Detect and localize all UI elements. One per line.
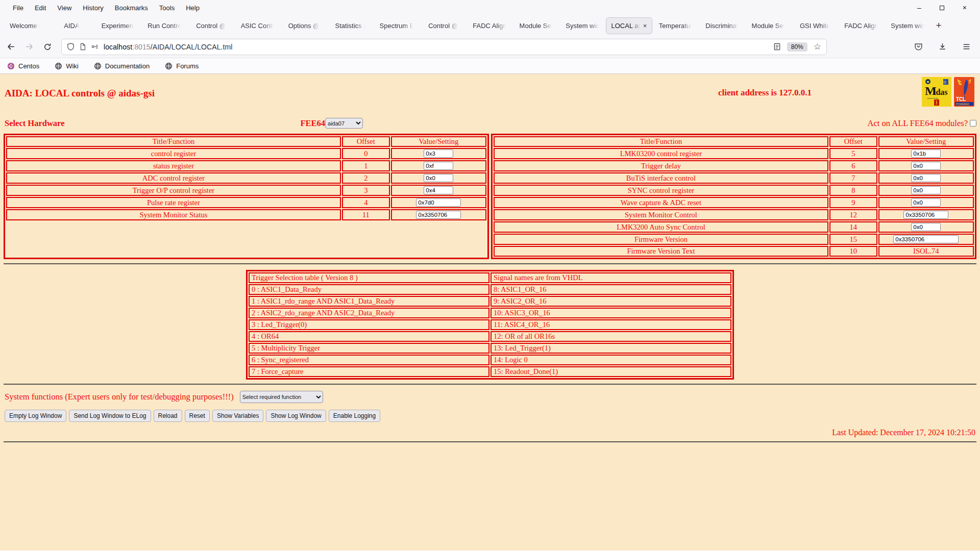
show-log-window-button[interactable]: Show Log Window [266, 410, 326, 422]
register-value-input[interactable] [424, 162, 453, 170]
tab-control[interactable]: Control @ [420, 17, 467, 34]
register-value-input[interactable] [911, 223, 941, 231]
reload-button[interactable]: Reload [154, 410, 182, 422]
register-offset: 11 [342, 209, 390, 220]
tab-system-wid[interactable]: System wid [559, 17, 606, 34]
register-value-input[interactable] [911, 198, 941, 207]
register-offset: 2 [342, 172, 390, 184]
reset-button[interactable]: Reset [185, 410, 210, 422]
hamburger-menu-icon[interactable] [962, 42, 971, 51]
tab-experiment[interactable]: Experiment [95, 17, 141, 34]
menu-bar: File Edit View History Bookmarks Tools H… [0, 0, 980, 15]
fee64-select[interactable]: aida07 [325, 118, 363, 129]
register-value-input[interactable] [911, 186, 941, 194]
zoom-level-badge[interactable]: 80% [787, 42, 807, 52]
page-info-icon[interactable] [79, 43, 86, 51]
tab-label: Experiment [102, 22, 135, 30]
tab-asic-contr[interactable]: ASIC Contr [234, 17, 281, 34]
act-on-all-checkbox[interactable] [970, 120, 976, 127]
tab-aida[interactable]: AIDA [48, 17, 95, 34]
minimize-icon[interactable]: – [917, 4, 921, 11]
register-title: Wave capture & ADC reset [494, 197, 828, 208]
register-value-input[interactable] [416, 198, 461, 207]
tab-label: Statistics ( [335, 22, 366, 30]
enable-logging-button[interactable]: Enable Logging [329, 410, 380, 422]
bookmark-star-icon[interactable]: ☆ [814, 42, 821, 51]
downloads-icon[interactable] [938, 42, 947, 51]
svg-text:POWERED: POWERED [956, 103, 969, 106]
menu-tools[interactable]: Tools [154, 3, 180, 13]
permissions-icon[interactable] [91, 43, 99, 51]
show-variables-button[interactable]: Show Variables [212, 410, 264, 422]
menu-help[interactable]: Help [180, 3, 205, 13]
url-text: localhost:8015/AIDA/LOCAL/LOCAL.tml [104, 43, 233, 51]
page-content: AIDA: LOCAL controls @ aidas-gsi client … [0, 74, 980, 550]
menu-history[interactable]: History [77, 3, 109, 13]
tab-control[interactable]: Control @ [188, 17, 234, 34]
tab-label: ASIC Contr [241, 22, 275, 30]
close-icon[interactable]: × [963, 4, 967, 11]
tab-fadc-align[interactable]: FADC Align [838, 17, 885, 34]
table-row: SYNC control register8 [494, 185, 974, 196]
menu-edit[interactable]: Edit [29, 3, 52, 13]
register-value-input[interactable] [416, 211, 461, 219]
table-header-row: Title/FunctionOffsetValue/Setting [494, 136, 974, 147]
bookmark-centos[interactable]: Centos [7, 62, 39, 70]
register-offset: 7 [829, 172, 877, 184]
register-value-input[interactable] [424, 186, 453, 194]
send-log-window-to-elog-button[interactable]: Send Log Window to ELog [69, 410, 151, 422]
trigger-cell: 14: Logic 0 [491, 355, 731, 365]
tab-local-ar[interactable]: LOCAL ar× [606, 17, 652, 34]
pocket-icon[interactable] [914, 42, 923, 51]
trigger-cell: 3 : Led_Trigger(0) [249, 319, 489, 330]
trigger-cell: 12: OR of all OR16s [491, 331, 731, 342]
tab-welcome-t[interactable]: Welcome t [2, 17, 48, 34]
shield-icon[interactable] [67, 43, 75, 51]
register-value-input[interactable] [911, 149, 941, 158]
tab-spectrum-e[interactable]: Spectrum E [374, 17, 420, 34]
menu-bookmarks[interactable]: Bookmarks [109, 3, 154, 13]
back-icon[interactable] [3, 39, 18, 55]
register-title: status register [6, 160, 341, 171]
register-value-input[interactable] [424, 174, 453, 182]
globe-icon [165, 62, 173, 70]
tab-fadc-align[interactable]: FADC Align [467, 17, 513, 34]
bookmark-documentation[interactable]: Documentation [94, 62, 150, 70]
tab-discriminat[interactable]: Discriminat [699, 17, 745, 34]
register-value-input[interactable] [911, 174, 941, 182]
new-tab-button[interactable]: + [931, 18, 946, 33]
divider [4, 263, 976, 264]
bookmark-forums[interactable]: Forums [165, 62, 199, 70]
register-value-input[interactable] [893, 235, 959, 243]
tab-options[interactable]: Options @ [281, 17, 327, 34]
tab-module-set[interactable]: Module Set [745, 17, 792, 34]
menu-view[interactable]: View [52, 3, 77, 13]
table-header-row: Title/FunctionOffsetValue/Setting [6, 136, 486, 147]
midas-logo: ♔Midaspowered by [922, 77, 951, 107]
tab-system-wid[interactable]: System wid [885, 17, 931, 34]
register-value-cell [391, 197, 486, 208]
tab-close-icon[interactable]: × [643, 22, 647, 30]
trigger-cell: Trigger Selection table ( Version 8 ) [249, 272, 489, 283]
tab-temperatur[interactable]: Temperatur [652, 17, 699, 34]
maximize-icon[interactable] [940, 6, 944, 10]
menu-file[interactable]: File [7, 3, 29, 13]
table-row: ADC control register2 [6, 172, 486, 184]
register-value-cell [878, 185, 974, 196]
register-value-input[interactable] [903, 211, 948, 219]
register-title: Firmware Version Text [494, 246, 828, 257]
empty-log-window-button[interactable]: Empty Log Window [5, 410, 66, 422]
system-function-select[interactable]: Select required function [240, 391, 323, 403]
tab-module-set[interactable]: Module Set [513, 17, 559, 34]
forward-icon[interactable] [21, 39, 37, 55]
tab-label: System wid [891, 22, 924, 30]
tab-run-contro[interactable]: Run Contro [141, 17, 188, 34]
reader-mode-icon[interactable] [773, 43, 781, 51]
tab-gsi-white[interactable]: GSI White [792, 17, 838, 34]
bookmark-wiki[interactable]: Wiki [55, 62, 79, 70]
register-value-input[interactable] [911, 162, 941, 170]
tab-statistics[interactable]: Statistics ( [327, 17, 374, 34]
register-value-input[interactable] [424, 149, 453, 158]
reload-icon[interactable] [40, 39, 55, 55]
url-bar[interactable]: localhost:8015/AIDA/LOCAL/LOCAL.tml 80% … [61, 39, 827, 55]
